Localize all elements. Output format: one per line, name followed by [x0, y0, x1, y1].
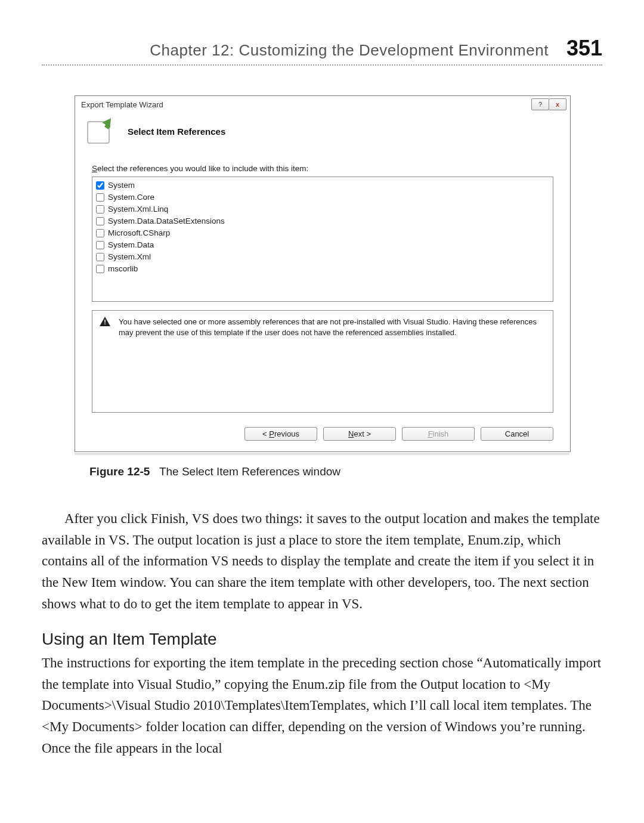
next-button[interactable]: Next > [323, 427, 396, 441]
paragraph: The instructions for exporting the item … [42, 652, 602, 759]
reference-item[interactable]: System.Data [96, 239, 549, 251]
figure-caption: Figure 12-5 The Select Item References w… [89, 465, 602, 478]
references-prompt: Select the references you would like to … [92, 164, 553, 173]
reference-label: System.Xml.Linq [108, 203, 168, 215]
figure-label: Figure 12-5 [89, 465, 150, 478]
warning-icon: ! [100, 317, 110, 327]
window-title: Export Template Wizard [81, 100, 163, 109]
reference-item[interactable]: System.Data.DataSetExtensions [96, 215, 549, 227]
reference-checkbox[interactable] [96, 265, 104, 273]
reference-checkbox[interactable] [96, 205, 104, 214]
reference-label: System.Core [108, 191, 154, 203]
reference-label: System [108, 180, 135, 191]
reference-label: System.Data [108, 239, 154, 251]
body-text: After you click Finish, VS does two thin… [42, 508, 602, 759]
reference-item[interactable]: System [96, 180, 549, 191]
wizard-banner-icon [86, 117, 113, 145]
reference-label: System.Data.DataSetExtensions [108, 215, 225, 227]
close-icon[interactable]: x [549, 98, 566, 110]
warning-text: You have selected one or more assembly r… [119, 317, 546, 406]
reference-item[interactable]: mscorlib [96, 263, 549, 275]
running-head: Chapter 12: Customizing the Development … [42, 36, 602, 66]
reference-item[interactable]: System.Core [96, 191, 549, 203]
references-listbox[interactable]: System System.Core System.Xml.Linq Syste… [92, 177, 553, 302]
reference-item[interactable]: System.Xml.Linq [96, 203, 549, 215]
reference-checkbox[interactable] [96, 241, 104, 249]
page-number: 351 [566, 36, 602, 61]
reference-checkbox[interactable] [96, 217, 104, 225]
reference-label: mscorlib [108, 263, 138, 275]
reference-item[interactable]: Microsoft.CSharp [96, 227, 549, 239]
cancel-button[interactable]: Cancel [481, 427, 553, 441]
reference-checkbox[interactable] [96, 229, 104, 237]
wizard-button-bar: < Previous Next > Finish Cancel [75, 420, 570, 451]
previous-button[interactable]: < Previous [244, 427, 317, 441]
paragraph: After you click Finish, VS does two thin… [42, 508, 602, 614]
wizard-step-heading: Select Item References [128, 126, 225, 137]
help-icon[interactable]: ? [531, 98, 549, 110]
reference-label: System.Xml [108, 251, 151, 263]
reference-checkbox[interactable] [96, 181, 104, 190]
reference-item[interactable]: System.Xml [96, 251, 549, 263]
figure-caption-text: The Select Item References window [159, 465, 340, 478]
reference-checkbox[interactable] [96, 253, 104, 261]
reference-label: Microsoft.CSharp [108, 227, 170, 239]
reference-checkbox[interactable] [96, 193, 104, 202]
finish-button: Finish [402, 427, 475, 441]
chapter-title: Chapter 12: Customizing the Development … [150, 41, 549, 60]
screenshot: Export Template Wizard ? x Select Item R… [75, 95, 569, 456]
export-template-wizard-dialog: Export Template Wizard ? x Select Item R… [75, 95, 571, 452]
wizard-banner: Select Item References [75, 110, 570, 159]
warning-panel: ! You have selected one or more assembly… [92, 310, 553, 413]
title-bar: Export Template Wizard ? x [75, 96, 570, 110]
subheading: Using an Item Template [42, 630, 602, 649]
